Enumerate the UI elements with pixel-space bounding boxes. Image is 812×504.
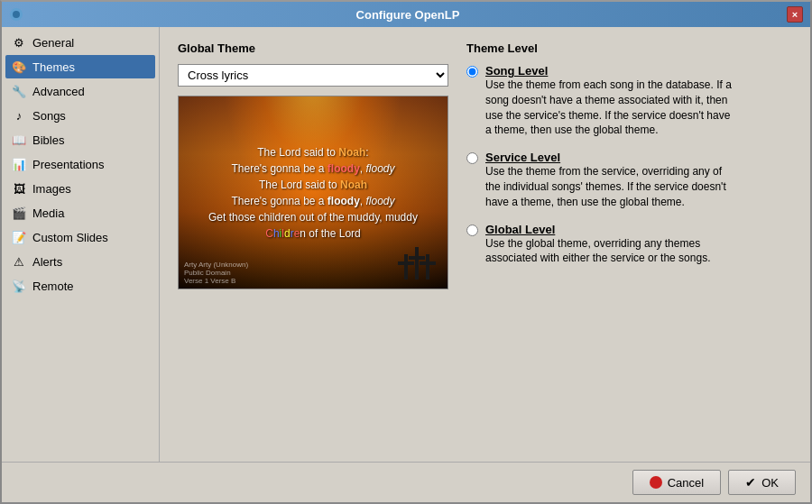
ok-label: OK (761, 476, 779, 490)
preview-highlight-floody1: floody (328, 162, 360, 175)
global-level-desc: Use the global theme, overriding any the… (485, 236, 738, 267)
main-content-area: ⚙ General 🎨 Themes 🔧 Advanced ♪ Songs 📖 … (2, 27, 810, 462)
sidebar-label-alerts: Alerts (32, 255, 62, 269)
sidebar-label-general: General (32, 36, 74, 50)
song-level-label-group: Song Level Use the theme from each song … (485, 64, 738, 138)
bottom-bar: Cancel ✔ OK (2, 462, 810, 502)
cross-2 (415, 247, 419, 279)
global-level-label-group: Global Level Use the global theme, overr… (485, 223, 738, 267)
cross-horizontal-3 (420, 261, 436, 265)
radio-service-level[interactable] (466, 152, 478, 164)
theme-preview: The Lord said to Noah: There's gonna be … (178, 96, 448, 289)
radio-global-level[interactable] (466, 225, 478, 236)
app-icon (9, 7, 23, 22)
main-panel: Global Theme Cross lyrics The Lord said … (160, 27, 810, 462)
sidebar-label-remote: Remote (32, 279, 74, 293)
sidebar-label-bibles: Bibles (32, 133, 64, 147)
preview-line-2: There's gonna be a floody, floody (208, 160, 418, 177)
window-title: Configure OpenLP (29, 8, 787, 22)
title-bar: Configure OpenLP × (2, 2, 810, 27)
crosses-decoration (404, 254, 429, 279)
left-column: Global Theme Cross lyrics The Lord said … (178, 41, 448, 289)
sidebar: ⚙ General 🎨 Themes 🔧 Advanced ♪ Songs 📖 … (2, 27, 160, 462)
preview-line-5: Get those children out of the muddy, mud… (208, 209, 418, 225)
song-level-label[interactable]: Song Level (485, 64, 738, 78)
cross-1 (404, 254, 408, 279)
two-column-layout: Global Theme Cross lyrics The Lord said … (178, 41, 792, 289)
bibles-icon: 📖 (11, 132, 27, 148)
remote-icon: 📡 (11, 278, 27, 294)
advanced-icon: 🔧 (11, 83, 27, 99)
sidebar-label-presentations: Presentations (32, 158, 105, 171)
sidebar-item-images[interactable]: 🖼 Images (5, 177, 155, 200)
sidebar-item-songs[interactable]: ♪ Songs (5, 104, 155, 127)
sidebar-item-alerts[interactable]: ⚠ Alerts (5, 250, 155, 273)
theme-select-row: Cross lyrics (178, 64, 448, 87)
preview-line-6: Children of the Lord (208, 225, 418, 242)
themes-icon: 🎨 (11, 59, 27, 75)
sidebar-label-custom-slides: Custom Slides (32, 231, 108, 244)
radio-group: Song Level Use the theme from each song … (466, 64, 792, 266)
sidebar-item-media[interactable]: 🎬 Media (5, 201, 155, 225)
radio-row-song-level: Song Level Use the theme from each song … (466, 64, 792, 138)
cross-3 (426, 254, 429, 279)
cross-horizontal-1 (398, 261, 414, 265)
cancel-button[interactable]: Cancel (632, 470, 721, 495)
service-level-desc: Use the theme from the service, overridi… (485, 164, 738, 209)
general-icon: ⚙ (11, 34, 27, 50)
presentations-icon: 📊 (11, 156, 27, 172)
song-level-desc: Use the theme from each song in the data… (485, 78, 738, 138)
preview-italic-floody1: floody (366, 162, 395, 175)
preview-text-block: The Lord said to Noah: There's gonna be … (199, 144, 427, 242)
images-icon: 🖼 (11, 180, 27, 197)
sidebar-item-themes[interactable]: 🎨 Themes (5, 55, 155, 78)
configure-window: Configure OpenLP × ⚙ General 🎨 Themes 🔧 … (0, 0, 812, 504)
alerts-icon: ⚠ (11, 253, 27, 270)
sidebar-item-bibles[interactable]: 📖 Bibles (5, 128, 155, 151)
global-level-label[interactable]: Global Level (485, 223, 738, 236)
sidebar-item-remote[interactable]: 📡 Remote (5, 274, 155, 298)
sidebar-item-general[interactable]: ⚙ General (5, 31, 155, 54)
sidebar-label-media: Media (32, 206, 64, 220)
cancel-icon (650, 476, 662, 489)
preview-h: h (273, 227, 280, 240)
theme-level-title: Theme Level (466, 41, 792, 55)
cross-vertical-2 (415, 247, 419, 279)
radio-song-level[interactable] (466, 66, 478, 78)
title-bar-left (9, 7, 29, 22)
preview-n: n (300, 227, 306, 240)
preview-line-1: The Lord said to Noah: (208, 144, 418, 160)
media-icon: 🎬 (11, 205, 27, 221)
preview-watermark: Arty Arty (Unknown)Public DomainVerse 1 … (184, 261, 248, 285)
preview-highlight-noah1: Noah (338, 146, 365, 159)
ok-icon: ✔ (745, 475, 756, 490)
theme-dropdown[interactable]: Cross lyrics (178, 64, 448, 87)
radio-row-global-level: Global Level Use the global theme, overr… (466, 223, 792, 267)
preview-c: C (265, 227, 273, 240)
cancel-label: Cancel (668, 476, 704, 490)
preview-line-3: The Lord said to Noah (208, 177, 418, 193)
preview-italic-floody2: floody (366, 195, 395, 207)
ok-button[interactable]: ✔ OK (728, 470, 796, 495)
cross-vertical-3 (426, 254, 429, 279)
sidebar-item-advanced[interactable]: 🔧 Advanced (5, 79, 155, 103)
cross-horizontal-2 (409, 256, 425, 260)
preview-d: d (284, 227, 291, 240)
sidebar-label-songs: Songs (32, 109, 66, 123)
sidebar-item-presentations[interactable]: 📊 Presentations (5, 152, 155, 176)
radio-row-service-level: Service Level Use the theme from the ser… (466, 151, 792, 209)
service-level-label[interactable]: Service Level (485, 151, 738, 164)
preview-highlight-noah2: Noah (340, 179, 367, 191)
custom-slides-icon: 📝 (11, 229, 27, 245)
close-button[interactable]: × (787, 6, 803, 23)
right-column: Theme Level Song Level Use the theme fro… (466, 41, 792, 289)
service-level-label-group: Service Level Use the theme from the ser… (485, 151, 738, 209)
sidebar-label-themes: Themes (32, 60, 75, 74)
svg-point-1 (13, 11, 20, 18)
sidebar-label-advanced: Advanced (32, 85, 85, 98)
preview-line-4: There's gonna be a floody, floody (208, 193, 418, 209)
sidebar-label-images: Images (32, 182, 71, 196)
cross-vertical-1 (404, 254, 408, 279)
global-theme-title: Global Theme (178, 41, 448, 55)
sidebar-item-custom-slides[interactable]: 📝 Custom Slides (5, 225, 155, 249)
